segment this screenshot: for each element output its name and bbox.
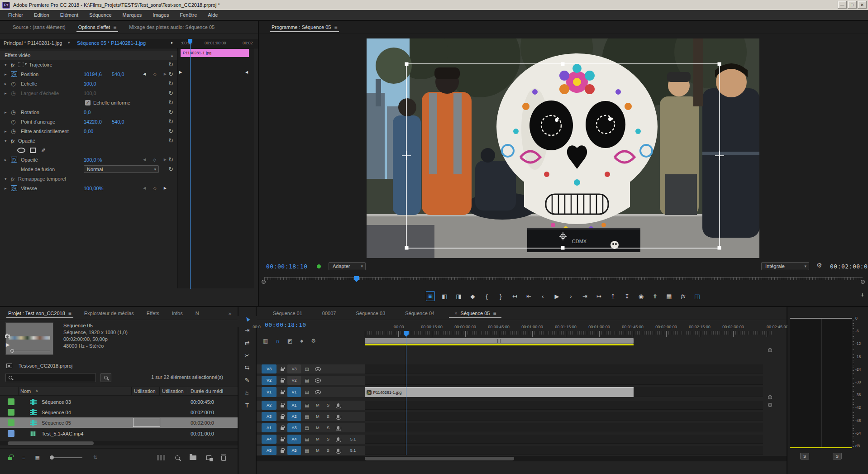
timeline-playhead-line[interactable]: [406, 336, 406, 455]
twirl-closed-icon[interactable]: [5, 72, 11, 77]
project-row-test-mp4[interactable]: Test_5.1-AAC.mp4 00:01:00:0: [0, 428, 238, 439]
track-target-button[interactable]: A5: [287, 446, 301, 455]
mute-button[interactable]: M: [314, 412, 322, 421]
menu-marques[interactable]: Marques: [117, 12, 148, 18]
track-sync-icon[interactable]: [303, 364, 311, 373]
track-lane-v2[interactable]: [365, 376, 763, 385]
master-clip-label[interactable]: Principal * P1140281-1.jpg: [4, 40, 62, 46]
export-button[interactable]: ⇧: [651, 291, 659, 301]
list-view-button[interactable]: ≡: [22, 455, 25, 460]
scroll-knob[interactable]: [768, 403, 772, 407]
effect-mini-timeline[interactable]: [177, 48, 254, 288]
stopwatch-icon[interactable]: [11, 157, 17, 163]
twirl-closed-icon[interactable]: [5, 110, 11, 115]
project-row-sequence-05[interactable]: Séquence 05 00:02:00:0: [0, 417, 238, 428]
slip-tool[interactable]: ⇆: [238, 362, 256, 372]
play-right-icon[interactable]: [171, 40, 173, 45]
rotation-value[interactable]: 0,0: [84, 110, 91, 115]
column-usage[interactable]: Utilisation: [162, 388, 184, 394]
track-target-button[interactable]: V1: [287, 387, 301, 397]
tab-sequence-01[interactable]: Séquence 01: [263, 307, 312, 320]
track-target-button[interactable]: V3: [287, 364, 301, 373]
track-target-button[interactable]: A3: [287, 423, 301, 432]
rectangle-mask-icon[interactable]: [30, 148, 36, 153]
step-back-button[interactable]: ‹: [539, 291, 547, 301]
mute-button[interactable]: M: [314, 435, 322, 444]
ellipse-mask-icon[interactable]: [17, 148, 25, 153]
reset-icon[interactable]: [168, 71, 173, 77]
kf-prev-icon[interactable]: [143, 72, 146, 76]
track-lane-a3[interactable]: [365, 423, 763, 432]
tab-sequence-04[interactable]: Séquence 04: [395, 307, 444, 320]
multicam-button[interactable]: ▦: [665, 291, 673, 301]
effect-row-position[interactable]: Position 10194,6 540,0: [0, 69, 177, 79]
previous-edit-button[interactable]: ⇤: [525, 291, 533, 301]
reset-icon[interactable]: [168, 80, 173, 87]
track-lane-a5[interactable]: [365, 446, 763, 455]
effect-row-scale[interactable]: Echelle 100,0: [0, 79, 177, 88]
work-area-bar[interactable]: [365, 338, 634, 344]
playback-resolution-select[interactable]: Intégrale: [761, 262, 809, 270]
marker-in-button[interactable]: ◧: [441, 291, 449, 301]
go-to-out-button[interactable]: ↦: [595, 291, 603, 301]
usage-edit-box[interactable]: [133, 418, 160, 427]
mic-icon[interactable]: [337, 449, 339, 452]
track-target-button[interactable]: V2: [287, 376, 301, 385]
tab-sequence-05[interactable]: × Séquence 05 ≡: [444, 307, 506, 320]
mute-button[interactable]: M: [314, 423, 322, 432]
column-usage[interactable]: Utilisation: [134, 388, 156, 394]
menu-fichier[interactable]: Fichier: [3, 12, 29, 18]
track-sync-icon[interactable]: [303, 412, 311, 421]
kf-next-icon[interactable]: [164, 72, 167, 76]
chevron-down-icon[interactable]: [68, 40, 70, 45]
tab-infos[interactable]: Infos: [166, 307, 189, 320]
scroll-knob[interactable]: [262, 280, 266, 284]
lock-icon[interactable]: [281, 427, 284, 430]
type-tool[interactable]: T: [238, 400, 256, 410]
track-lane-a1[interactable]: [365, 401, 763, 410]
label-color-chip[interactable]: [8, 430, 14, 437]
effect-group-motion[interactable]: fx Trajectoire: [0, 60, 177, 69]
new-item-icon[interactable]: [206, 455, 211, 460]
mark-out-button[interactable]: }: [497, 291, 505, 301]
timeline-clip-p1140281[interactable]: fx P1140281-1.jpg: [365, 387, 634, 397]
kf-add-icon[interactable]: [153, 158, 157, 162]
scroll-knob[interactable]: [861, 280, 865, 284]
linked-selection-icon[interactable]: [287, 338, 292, 344]
nest-icon[interactable]: [263, 338, 268, 344]
sequence-clip-label[interactable]: Séquence 05 * P1140281-1.jpg: [77, 40, 146, 46]
icon-view-button[interactable]: ▦: [35, 455, 39, 460]
tab-sequence-03[interactable]: Séquence 03: [346, 307, 395, 320]
effect-group-time-remap[interactable]: fx Remappage temporel: [0, 174, 177, 183]
panel-menu-icon[interactable]: ≡: [493, 310, 496, 316]
program-video-frame[interactable]: CDMX: [367, 38, 759, 258]
search-input[interactable]: [5, 373, 96, 382]
wrench-icon[interactable]: [311, 338, 316, 344]
meter-solo-right-button[interactable]: S: [833, 453, 842, 460]
wrench-icon[interactable]: [816, 262, 822, 269]
lock-icon[interactable]: [281, 439, 284, 441]
effect-row-speed[interactable]: Vitesse 100,00%: [0, 183, 177, 193]
effect-row-uniform-scale[interactable]: ✓ Echelle uniforme: [0, 98, 177, 107]
solo-button[interactable]: S: [324, 446, 332, 455]
automate-to-sequence-icon[interactable]: [157, 455, 165, 460]
menu-images[interactable]: Images: [147, 12, 174, 18]
effect-group-opacity[interactable]: fx Opacité: [0, 136, 177, 145]
label-color-chip[interactable]: [8, 419, 14, 426]
reset-icon[interactable]: [168, 61, 173, 68]
label-color-chip[interactable]: [8, 398, 14, 405]
twirl-closed-icon[interactable]: [5, 158, 11, 162]
source-patch-button[interactable]: A5: [262, 446, 277, 455]
position-y-value[interactable]: 540,0: [112, 72, 124, 77]
tab-00007[interactable]: 00007: [312, 307, 346, 320]
track-sync-icon[interactable]: [303, 435, 311, 444]
project-row-sequence-03[interactable]: Séquence 03 00:00:45:0: [0, 397, 238, 407]
solo-button[interactable]: S: [324, 412, 332, 421]
reset-icon[interactable]: [168, 118, 173, 125]
effect-row-anchor[interactable]: Point d'ancrage 14220,0 540,0: [0, 117, 177, 126]
kf-next-icon[interactable]: [179, 70, 182, 74]
scroll-knob[interactable]: [768, 348, 772, 352]
source-patch-button[interactable]: V3: [262, 364, 277, 373]
project-root-item[interactable]: Test-son_CC2018.prproj: [0, 361, 238, 370]
timeline-timecode[interactable]: 00:00:18:10: [265, 321, 306, 328]
